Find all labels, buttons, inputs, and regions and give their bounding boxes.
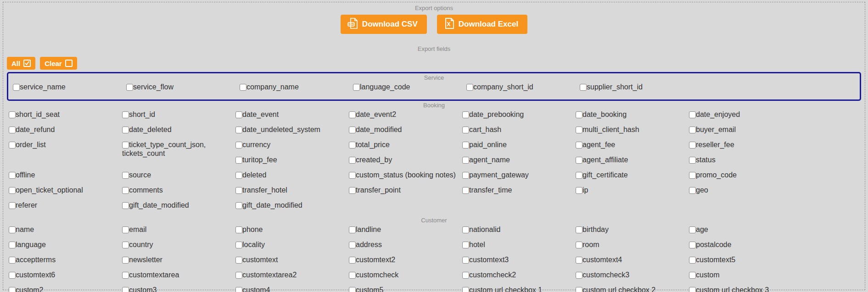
checkbox-date-refund[interactable]	[9, 127, 16, 133]
checkbox-date-booking[interactable]	[576, 111, 582, 118]
field-label: newsletter	[129, 256, 162, 264]
checkbox-date-event2[interactable]	[349, 111, 356, 118]
checkbox-customtextarea2[interactable]	[235, 272, 242, 279]
checkbox-order-list[interactable]	[9, 142, 16, 149]
field-cell: customtext	[234, 255, 347, 264]
checkbox-company-name[interactable]	[240, 84, 246, 91]
checkbox-short-id[interactable]	[122, 111, 129, 118]
checkbox-payment-gateway[interactable]	[462, 172, 469, 179]
checkbox-custom-url-checkbox-3[interactable]	[689, 287, 696, 292]
download-excel-label: Download Excel	[459, 20, 518, 29]
checkbox-supplier-short-id[interactable]	[580, 84, 587, 91]
checkbox-customtext4[interactable]	[576, 257, 582, 264]
checkbox-hotel[interactable]	[462, 242, 469, 248]
checkbox-ticket-type-count-json-tickets-count[interactable]	[122, 142, 129, 149]
checkbox-date-modified[interactable]	[349, 127, 356, 133]
checkbox-offline[interactable]	[9, 172, 16, 179]
checkbox-comments[interactable]	[122, 187, 129, 194]
checkbox-customtext3[interactable]	[462, 257, 469, 264]
checkbox-status[interactable]	[689, 157, 696, 164]
checkbox-date-undeleted-system[interactable]	[235, 127, 242, 133]
checkbox-promo-code[interactable]	[689, 172, 696, 179]
field-cell: payment_gateway	[460, 171, 574, 179]
checkbox-deleted[interactable]	[235, 172, 242, 179]
field-label: deleted	[242, 171, 267, 179]
download-excel-button[interactable]: X Download Excel	[437, 15, 527, 34]
checkbox-custom5[interactable]	[349, 287, 356, 292]
checkbox-service-flow[interactable]	[126, 84, 133, 91]
checkbox-reseller-fee[interactable]	[689, 142, 696, 149]
checkbox-customtext5[interactable]	[689, 257, 696, 264]
checkbox-transfer-hotel[interactable]	[235, 187, 242, 194]
checkbox-agent-fee[interactable]	[576, 142, 582, 149]
checkbox-open-ticket-optional[interactable]	[9, 187, 16, 194]
checkbox-customtext2[interactable]	[349, 257, 356, 264]
checkbox-age[interactable]	[689, 226, 696, 233]
checkbox-currency[interactable]	[235, 142, 242, 149]
checkbox-geo[interactable]	[689, 187, 696, 194]
checkbox-language[interactable]	[9, 242, 16, 248]
checkbox-date-event[interactable]	[235, 111, 242, 118]
clear-all-button[interactable]: Clear	[40, 57, 77, 70]
checkbox-acceptterms[interactable]	[9, 257, 16, 264]
checkbox-custom[interactable]	[689, 272, 696, 279]
checkbox-paid-online[interactable]	[462, 142, 469, 149]
checkbox-customtext6[interactable]	[9, 272, 16, 279]
checkbox-turitop-fee[interactable]	[235, 157, 242, 164]
checkbox-email[interactable]	[122, 226, 129, 233]
checkbox-phone[interactable]	[235, 226, 242, 233]
checkbox-customtext[interactable]	[235, 257, 242, 264]
checkbox-service-name[interactable]	[13, 84, 20, 91]
checkbox-address[interactable]	[349, 242, 356, 248]
field-label: buyer_email	[696, 126, 736, 133]
checkbox-source[interactable]	[122, 172, 129, 179]
checkbox-custom-url-checkbox-1[interactable]	[462, 287, 469, 292]
checkbox-customcheck[interactable]	[349, 272, 356, 279]
checkbox-custom3[interactable]	[122, 287, 129, 292]
checkbox-buyer-email[interactable]	[689, 127, 696, 133]
checkbox-name[interactable]	[9, 226, 16, 233]
checkbox-locality[interactable]	[235, 242, 242, 248]
download-csv-button[interactable]: CSV Download CSV	[341, 15, 427, 34]
checkbox-room[interactable]	[576, 242, 582, 248]
checkbox-date-deleted[interactable]	[122, 127, 129, 133]
field-label: hotel	[469, 241, 485, 248]
download-csv-label: Download CSV	[362, 20, 418, 29]
checkbox-custom-url-checkbox-2[interactable]	[576, 287, 582, 292]
checkbox-country[interactable]	[122, 242, 129, 248]
checkbox-nationalid[interactable]	[462, 226, 469, 233]
checkbox-customcheck3[interactable]	[576, 272, 582, 279]
checkbox-short-id-seat[interactable]	[9, 111, 16, 118]
select-all-button[interactable]: All	[7, 57, 35, 70]
checkbox-total-price[interactable]	[349, 142, 356, 149]
checkbox-ip[interactable]	[576, 187, 582, 194]
checkbox-postalcode[interactable]	[689, 242, 696, 248]
checkbox-gift-date-modified[interactable]	[235, 202, 242, 209]
checkbox-customcheck2[interactable]	[462, 272, 469, 279]
checkbox-cart-hash[interactable]	[462, 127, 469, 133]
checkbox-landline[interactable]	[349, 226, 356, 233]
checkbox-transfer-time[interactable]	[462, 187, 469, 194]
checkbox-gift-certificate[interactable]	[576, 172, 582, 179]
checkbox-customtextarea[interactable]	[122, 272, 129, 279]
checkbox-transfer-point[interactable]	[349, 187, 356, 194]
checkbox-referer[interactable]	[9, 202, 16, 209]
field-label: custom_status (booking notes)	[356, 171, 456, 179]
checkbox-newsletter[interactable]	[122, 257, 129, 264]
checkbox-created-by[interactable]	[349, 157, 356, 164]
checkbox-multi-client-hash[interactable]	[576, 127, 582, 133]
checkbox-custom2[interactable]	[9, 287, 16, 292]
checkbox-company-short-id[interactable]	[466, 84, 473, 91]
checkbox-agent-name[interactable]	[462, 157, 469, 164]
checkbox-agent-affiliate[interactable]	[576, 157, 582, 164]
checkbox-birthday[interactable]	[576, 226, 582, 233]
field-label: customtextarea2	[242, 271, 297, 279]
checkbox-date-enjoyed[interactable]	[689, 111, 696, 118]
checkbox-custom4[interactable]	[235, 287, 242, 292]
checkbox-gift-date-modified[interactable]	[122, 202, 129, 209]
checkbox-language-code[interactable]	[353, 84, 360, 91]
checkbox-date-prebooking[interactable]	[462, 111, 469, 118]
svg-text:X: X	[447, 21, 450, 28]
checkbox-custom-status-booking-notes[interactable]	[349, 172, 356, 179]
field-row: accepttermsnewslettercustomtextcustomtex…	[7, 255, 861, 270]
